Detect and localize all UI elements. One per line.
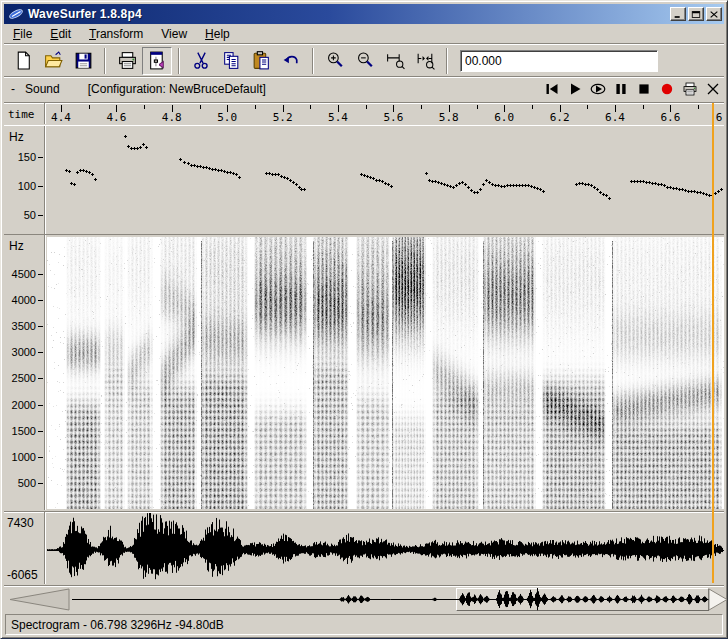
menu-item-view[interactable]: View bbox=[152, 25, 196, 43]
zoom-selection-button[interactable] bbox=[380, 47, 410, 75]
axis-tick-label: 3500 bbox=[6, 320, 36, 332]
maximize-button[interactable] bbox=[688, 7, 704, 21]
copy-button[interactable] bbox=[216, 47, 246, 75]
close-button[interactable] bbox=[701, 78, 724, 100]
stop-button[interactable] bbox=[632, 78, 655, 100]
waveform-pane: 7430 -6065 bbox=[4, 511, 724, 584]
open-file-icon bbox=[43, 50, 64, 71]
cut-icon bbox=[191, 50, 212, 71]
menu-bar: FileEditTransformViewHelp bbox=[4, 25, 724, 43]
ruler-minor-tick bbox=[310, 105, 311, 109]
spectrogram-axis-cell: Hz 45004000350030002500200015001000500 bbox=[4, 235, 45, 510]
ruler-tick-label: 6.0 bbox=[490, 111, 518, 124]
close-icon bbox=[705, 81, 721, 97]
time-ruler-plot[interactable]: 4.44.64.85.05.25.45.65.86.06.26.46.66.8 bbox=[47, 103, 724, 124]
zoom-all-button[interactable] bbox=[410, 47, 440, 75]
minimize-button[interactable] bbox=[670, 7, 686, 21]
toolbar-separator bbox=[312, 48, 314, 74]
pitch-pane: Hz 15010050 bbox=[4, 125, 724, 234]
axis-tick-label: 2000 bbox=[6, 399, 36, 411]
cut-button[interactable] bbox=[186, 47, 216, 75]
pitch-plot[interactable] bbox=[47, 126, 724, 234]
new-file-button[interactable] bbox=[8, 47, 38, 75]
waveform-plot[interactable] bbox=[47, 512, 724, 584]
spectrogram-canvas[interactable] bbox=[47, 237, 724, 509]
ruler-tick-label: 6.6 bbox=[656, 111, 684, 124]
zoom-in-button[interactable] bbox=[320, 47, 350, 75]
ruler-minor-tick bbox=[532, 105, 533, 109]
pane-header: - Sound [Configuration: NewBruceDefault] bbox=[4, 77, 724, 101]
print-button[interactable] bbox=[678, 78, 701, 100]
skip-to-start-button[interactable] bbox=[540, 78, 563, 100]
pitch-contour-canvas[interactable] bbox=[47, 126, 724, 234]
title-bar: WaveSurfer 1.8.8p4 bbox=[4, 4, 724, 24]
axis-tick-mark bbox=[38, 274, 43, 275]
pane-configuration: [Configuration: NewBruceDefault] bbox=[88, 82, 540, 96]
save-file-icon bbox=[73, 50, 94, 71]
axis-tick-label: 3000 bbox=[6, 346, 36, 358]
playback-cursor[interactable] bbox=[712, 103, 714, 583]
pitch-unit-label: Hz bbox=[9, 130, 24, 144]
ruler-tick-label: 5.2 bbox=[269, 111, 297, 124]
axis-tick-mark bbox=[38, 352, 43, 353]
new-file-icon bbox=[13, 50, 34, 71]
toolbar-separator bbox=[446, 48, 448, 74]
ruler-tick-label: 4.6 bbox=[102, 111, 130, 124]
play-selection-icon bbox=[590, 81, 606, 97]
axis-tick-mark bbox=[38, 186, 43, 187]
zoom-out-icon bbox=[355, 50, 376, 71]
play-selection-button[interactable] bbox=[586, 78, 609, 100]
menu-item-file[interactable]: File bbox=[4, 25, 41, 43]
menu-item-transform[interactable]: Transform bbox=[80, 25, 152, 43]
preferences-button[interactable] bbox=[142, 47, 172, 75]
skip-to-start-icon bbox=[544, 81, 560, 97]
undo-button[interactable] bbox=[276, 47, 306, 75]
record-icon bbox=[659, 81, 675, 97]
zoom-selection-icon bbox=[385, 50, 406, 71]
ruler-tick-label: 6.2 bbox=[546, 111, 574, 124]
window-title: WaveSurfer 1.8.8p4 bbox=[28, 7, 670, 21]
ruler-minor-tick bbox=[421, 105, 422, 109]
axis-tick-label: 150 bbox=[6, 151, 36, 163]
menu-item-edit[interactable]: Edit bbox=[41, 25, 80, 43]
pitch-axis-cell: Hz 15010050 bbox=[4, 126, 45, 234]
record-button[interactable] bbox=[655, 78, 678, 100]
paste-button[interactable] bbox=[246, 47, 276, 75]
axis-tick-mark bbox=[38, 405, 43, 406]
play-button[interactable] bbox=[563, 78, 586, 100]
axis-tick-mark bbox=[38, 378, 43, 379]
menu-item-help[interactable]: Help bbox=[196, 25, 239, 43]
axis-tick-mark bbox=[38, 157, 43, 158]
ruler-minor-tick bbox=[200, 105, 201, 109]
collapse-toggle[interactable]: - bbox=[4, 82, 25, 96]
ruler-minor-tick bbox=[255, 105, 256, 109]
close-icon bbox=[709, 10, 719, 19]
overview-waveform-canvas[interactable] bbox=[69, 588, 728, 611]
scroll-left-arrow[interactable] bbox=[9, 588, 70, 611]
axis-tick-label: 500 bbox=[6, 477, 36, 489]
play-icon bbox=[567, 81, 583, 97]
ruler-tick-label: 4.8 bbox=[158, 111, 186, 124]
print-button[interactable] bbox=[112, 47, 142, 75]
spectrogram-unit-label: Hz bbox=[9, 239, 24, 253]
time-ruler-label: time bbox=[8, 108, 35, 121]
overview-scrollbar bbox=[4, 585, 724, 612]
ruler-minor-tick bbox=[144, 105, 145, 109]
axis-tick-label: 50 bbox=[6, 209, 36, 221]
time-position-field[interactable] bbox=[460, 50, 658, 72]
zoom-out-button[interactable] bbox=[350, 47, 380, 75]
save-file-button[interactable] bbox=[68, 47, 98, 75]
pane-name: Sound bbox=[25, 82, 60, 96]
pause-button[interactable] bbox=[609, 78, 632, 100]
scroll-right-arrow[interactable] bbox=[708, 588, 728, 611]
status-text: Spectrogram - 06.798 3296Hz -94.80dB bbox=[11, 618, 224, 632]
pause-icon bbox=[613, 81, 629, 97]
waveform-canvas[interactable] bbox=[47, 513, 724, 584]
ruler-minor-tick bbox=[89, 105, 90, 109]
close-button[interactable] bbox=[706, 7, 722, 21]
spectrogram-plot[interactable] bbox=[47, 237, 724, 509]
axis-tick-label: 1000 bbox=[6, 451, 36, 463]
ruler-tick-label: 5.8 bbox=[435, 111, 463, 124]
preferences-icon bbox=[147, 50, 168, 71]
open-file-button[interactable] bbox=[38, 47, 68, 75]
